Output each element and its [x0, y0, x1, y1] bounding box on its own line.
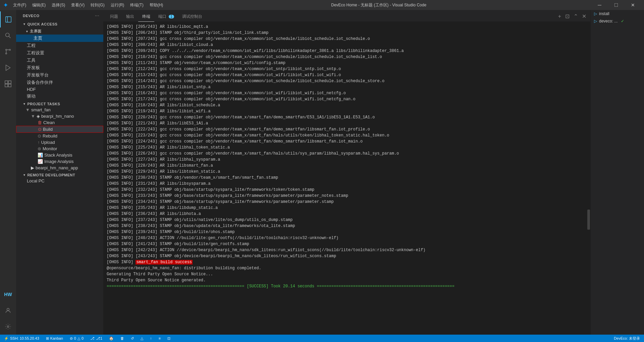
status-upload[interactable]: ↑ — [149, 336, 153, 340]
sidebar-header: DEVECO ··· — [16, 10, 103, 20]
terminal-line: [OHOS INFO] [222/243] gcc cross compiler… — [107, 126, 584, 132]
main-interface-section[interactable]: ▼ 主界面 — [16, 27, 103, 35]
menu-bar: 文件(F) 编辑(E) 选择(S) 查看(V) 转到(G) 运行(R) 终端(T… — [10, 2, 166, 9]
tab-debug-console[interactable]: 调试控制台 — [178, 12, 206, 22]
sidebar-item-image-analysis[interactable]: 📈 Image Analysis — [16, 158, 103, 165]
menu-edit[interactable]: 编辑(E) — [30, 2, 48, 9]
sidebar-item-bearpi-app[interactable]: ▶ bearpi_hm_nano_app — [16, 165, 103, 171]
sidebar-item-device-partner[interactable]: 设备合作伙伴 — [16, 79, 103, 86]
terminal-scrollbar[interactable] — [587, 22, 590, 335]
menu-run[interactable]: 运行(R) — [108, 2, 127, 9]
sidebar-hdf-label: HDF — [27, 87, 103, 92]
vscode-icon: ✦ — [3, 2, 8, 8]
activity-settings[interactable] — [0, 319, 16, 335]
sidebar-item-local-pc[interactable]: Local PC — [16, 178, 103, 184]
terminal-line: [OHOS INFO] [219/243] AR libs/libiot_wif… — [107, 108, 584, 114]
status-delete[interactable]: 🗑 — [119, 336, 125, 340]
terminal-content[interactable]: [OHOS INFO] [205/243] AR libs/liboc_mqtt… — [103, 22, 587, 335]
sidebar-item-monitor[interactable]: ⊛ Monitor — [16, 146, 103, 152]
status-errors[interactable]: ⊘ 0 △ 0 — [68, 336, 85, 341]
status-monitor[interactable]: ⊡ — [166, 336, 172, 341]
activity-deveco[interactable]: HW — [0, 286, 16, 302]
main-interface-arrow: ▼ — [25, 30, 29, 33]
menu-file[interactable]: 文件(F) — [10, 2, 29, 9]
terminal-line: [OHOS INFO] [217/243] gcc cross compiler… — [107, 96, 584, 102]
status-git[interactable]: ⎇ ⎇1 — [89, 336, 104, 341]
menu-goto[interactable]: 转到(G) — [88, 2, 107, 9]
tab-output[interactable]: 输出 — [122, 12, 138, 22]
sidebar-item-tools[interactable]: 工具 — [16, 57, 103, 64]
activity-extensions[interactable] — [0, 76, 16, 92]
sidebar-device-partner-label: 设备合作伙伴 — [27, 79, 103, 86]
sidebar-item-smart-fan[interactable]: ▼ smart_fan — [16, 107, 103, 113]
status-config[interactable]: ≡ — [157, 336, 162, 340]
activity-scm[interactable] — [0, 44, 16, 60]
menu-help[interactable]: 帮助(H) — [147, 2, 166, 9]
terminal-line: [OHOS INFO] [221/243] AR libs/libE53_1A1… — [107, 120, 584, 126]
monitor-status-icon: ⊡ — [167, 336, 170, 341]
sidebar-item-clean[interactable]: 🗑 Clean — [16, 119, 103, 126]
sidebar-item-home[interactable]: 主页 — [16, 35, 103, 42]
sidebar-item-project[interactable]: 工程 — [16, 42, 103, 49]
sidebar-item-devboard-platform[interactable]: 开发板平台 — [16, 71, 103, 79]
tab-terminal[interactable]: 终端 — [138, 12, 154, 22]
add-terminal-button[interactable]: + — [557, 13, 562, 20]
split-terminal-button[interactable]: ⊡ — [564, 12, 571, 20]
sidebar-item-upload[interactable]: ↑ Upload — [16, 139, 103, 146]
minimize-button[interactable] — [592, 0, 607, 10]
status-kanban-label: Kanban — [50, 336, 63, 340]
status-kanban[interactable]: ⊞ Kanban — [45, 336, 64, 341]
status-deveco-label: DevEco: 未登录 — [614, 336, 640, 341]
maximize-button[interactable] — [608, 0, 624, 10]
svg-rect-1 — [614, 3, 618, 7]
sidebar-home-label: 主页 — [34, 35, 103, 41]
sidebar-item-rebuild[interactable]: ⊙ Rebuild — [16, 133, 103, 139]
remote-dev-label: REMOTE DEVELOPMENT — [27, 173, 75, 177]
svg-point-6 — [6, 53, 7, 54]
terminal-line: [OHOS INFO] [231/243] AR libs/libsyspara… — [107, 181, 584, 187]
project-tasks-section[interactable]: ▼ PROJECT TASKS — [16, 100, 103, 107]
activity-explorer[interactable] — [0, 11, 16, 27]
status-refresh[interactable]: ↺ — [129, 336, 135, 341]
remote-dev-section[interactable]: ▼ REMOTE DEVELOPMENT — [16, 171, 103, 178]
sidebar-item-project-settings[interactable]: 工程设置 — [16, 49, 103, 57]
sidebar-item-build[interactable]: ⊙ Build — [16, 126, 103, 133]
tab-ports[interactable]: 端口 1 — [154, 12, 178, 22]
terminal-line: [OHOS INFO] [208/243] AR libs/libiot_clo… — [107, 42, 584, 48]
status-home[interactable]: 🏠 — [108, 336, 115, 341]
menu-terminal[interactable]: 终端(T) — [127, 2, 146, 9]
ssh-icon: ⚡ — [4, 336, 9, 341]
right-panel-install[interactable]: ▷ install — [591, 10, 644, 17]
sidebar-item-stack-analysis[interactable]: 📊 Stack Analysis — [16, 152, 103, 158]
close-button[interactable]: ✕ — [625, 0, 641, 10]
clean-delete-icon: 🗑 — [38, 120, 42, 125]
quick-access-section[interactable]: ▼ QUICK ACCESS — [16, 20, 103, 27]
activity-run[interactable] — [0, 60, 16, 76]
sidebar-stack-analysis-label: Stack Analysis — [44, 153, 72, 158]
terminal-line: [OHOS INFO] [225/243] AR libs/libhal_tok… — [107, 145, 584, 151]
remote-dev-arrow: ▼ — [23, 173, 26, 177]
sidebar-devboard-label: 开发板 — [27, 65, 103, 71]
sidebar-item-driver[interactable]: 驱动 — [16, 93, 103, 100]
right-panel-deveco[interactable]: ▷ deveco: ... ✓ — [591, 17, 644, 25]
terminal-line: Generating Third Party Open Source Notic… — [107, 271, 584, 277]
activity-search[interactable] — [0, 27, 16, 44]
sidebar-item-hdf[interactable]: HDF — [16, 86, 103, 93]
status-ssh[interactable]: ⚡ SSH: 10.55.20.43 — [3, 336, 41, 341]
svg-point-8 — [6, 49, 7, 51]
activity-account[interactable] — [0, 302, 16, 319]
menu-select[interactable]: 选择(S) — [49, 2, 68, 9]
menu-view[interactable]: 查看(V) — [68, 2, 87, 9]
sidebar-more-button[interactable]: ··· — [95, 13, 99, 19]
status-deveco-login[interactable]: DevEco: 未登录 — [612, 336, 641, 341]
sidebar-devboard-platform-label: 开发板平台 — [27, 72, 103, 78]
terminal-line: [OHOS INFO] [223/243] gcc cross compiler… — [107, 132, 584, 138]
status-warning[interactable]: △ — [139, 336, 145, 341]
sidebar-item-bearpi[interactable]: ▼ ◈ bearpi_hm_nano — [16, 113, 103, 119]
close-panel-button[interactable]: ✕ — [581, 12, 588, 20]
stack-icon: 📊 — [38, 153, 43, 158]
tab-problems[interactable]: 问题 — [106, 12, 122, 22]
maximize-panel-button[interactable]: ⌃ — [572, 12, 579, 20]
terminal-line: [OHOS INFO] [233/243] STAMP obj/base/sta… — [107, 193, 584, 199]
sidebar-item-devboard[interactable]: 开发板 — [16, 64, 103, 71]
